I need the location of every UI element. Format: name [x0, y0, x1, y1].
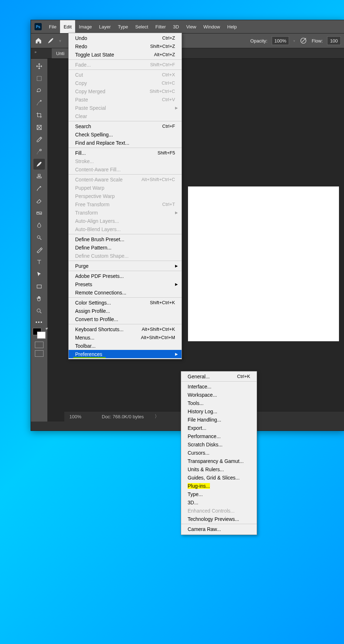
- path-selection-tool[interactable]: [33, 269, 45, 280]
- menu-select[interactable]: Select: [132, 20, 152, 33]
- menu-item-type[interactable]: Type...: [181, 490, 257, 498]
- screen-mode-icon[interactable]: [35, 350, 43, 357]
- crop-tool[interactable]: [33, 110, 45, 121]
- menu-3d[interactable]: 3D: [169, 20, 183, 33]
- pressure-opacity-icon[interactable]: [299, 37, 307, 45]
- edit-toolbar-icon[interactable]: •••: [36, 319, 43, 325]
- doc-status[interactable]: Doc: 768.0K/0 bytes: [102, 414, 144, 419]
- menu-item-redo[interactable]: RedoShift+Ctrl+Z: [69, 42, 182, 50]
- menu-item-cursors[interactable]: Cursors...: [181, 449, 257, 457]
- rectangle-tool[interactable]: [33, 281, 45, 292]
- menu-item-performance[interactable]: Performance...: [181, 432, 257, 440]
- pen-tool[interactable]: [33, 244, 45, 255]
- app-logo: Ps: [35, 23, 42, 30]
- menu-item-purge[interactable]: Purge▶: [69, 262, 182, 270]
- tools-panel: •••⇄: [31, 59, 48, 422]
- menu-item-tools[interactable]: Tools...: [181, 399, 257, 407]
- menu-bar: FileEditImageLayerTypeSelectFilter3DView…: [45, 20, 240, 33]
- status-arrow-icon[interactable]: 〉: [155, 413, 159, 420]
- menu-help[interactable]: Help: [224, 20, 240, 33]
- dodge-tool[interactable]: [33, 232, 45, 243]
- menu-item-assign-profile[interactable]: Assign Profile...: [69, 307, 182, 315]
- menu-item-camera-raw[interactable]: Camera Raw...: [181, 525, 257, 533]
- menu-type[interactable]: Type: [114, 20, 132, 33]
- menu-item-convert-to-profile[interactable]: Convert to Profile...: [69, 315, 182, 323]
- menu-item-check-spelling[interactable]: Check Spelling...: [69, 130, 182, 139]
- menu-item-define-pattern[interactable]: Define Pattern...: [69, 243, 182, 252]
- gradient-tool[interactable]: [33, 208, 45, 219]
- menu-item-search[interactable]: SearchCtrl+F: [69, 122, 182, 130]
- menu-edit[interactable]: Edit: [60, 20, 75, 33]
- menu-item-guides-grid-slices[interactable]: Guides, Grid & Slices...: [181, 473, 257, 482]
- menu-item-define-brush-preset[interactable]: Define Brush Preset...: [69, 235, 182, 243]
- frame-tool[interactable]: [33, 122, 45, 133]
- stamp-tool[interactable]: [33, 171, 45, 182]
- menu-item-toggle-last-state[interactable]: Toggle Last StateAlt+Ctrl+Z: [69, 50, 182, 59]
- history-brush-tool[interactable]: [33, 183, 45, 194]
- brush-preset-icon[interactable]: [47, 37, 55, 45]
- selection-brush-tool[interactable]: [33, 98, 45, 108]
- healing-brush-tool[interactable]: [33, 147, 45, 157]
- menu-item-fade: Fade...Shift+Ctrl+F: [69, 60, 182, 69]
- menu-item-toolbar[interactable]: Toolbar...: [69, 342, 182, 350]
- menu-item-adobe-pdf-presets[interactable]: Adobe PDF Presets...: [69, 272, 182, 280]
- svg-rect-7: [37, 285, 41, 288]
- menu-item-3d[interactable]: 3D...: [181, 498, 257, 506]
- menu-item-define-custom-shape: Define Custom Shape...: [69, 252, 182, 260]
- type-tool[interactable]: [33, 257, 45, 267]
- menu-filter[interactable]: Filter: [152, 20, 169, 33]
- zoom-tool[interactable]: [33, 306, 45, 316]
- opacity-field[interactable]: 100%: [272, 36, 289, 45]
- chevron-down-icon[interactable]: ▾: [293, 39, 295, 43]
- color-swatches[interactable]: ⇄: [33, 328, 46, 337]
- canvas[interactable]: [188, 186, 339, 341]
- menu-item-plug-ins[interactable]: Plug-ins...: [181, 482, 257, 490]
- title-bar: Ps FileEditImageLayerTypeSelectFilter3DV…: [31, 20, 344, 33]
- menu-item-preferences[interactable]: Preferences▶: [69, 350, 182, 358]
- zoom-value[interactable]: 100%: [69, 414, 91, 419]
- menu-item-color-settings[interactable]: Color Settings...Shift+Ctrl+K: [69, 298, 182, 307]
- marquee-tool[interactable]: [33, 73, 45, 84]
- menu-item-auto-align-layers: Auto-Align Layers...: [69, 217, 182, 225]
- menu-item-units-rulers[interactable]: Units & Rulers...: [181, 465, 257, 473]
- menu-item-enhanced-controls: Enhanced Controls...: [181, 506, 257, 515]
- preferences-submenu: General...Ctrl+KInterface...Workspace...…: [181, 371, 257, 535]
- menu-item-file-handling[interactable]: File Handling...: [181, 415, 257, 424]
- tab-chevron-icon[interactable]: »: [35, 50, 37, 54]
- menu-window[interactable]: Window: [200, 20, 224, 33]
- menu-item-undo[interactable]: UndoCtrl+Z: [69, 34, 182, 42]
- menu-item-menus[interactable]: Menus...Alt+Shift+Ctrl+M: [69, 333, 182, 342]
- menu-item-paste-special: Paste Special▶: [69, 104, 182, 112]
- menu-item-transparency-gamut[interactable]: Transparency & Gamut...: [181, 457, 257, 465]
- hand-tool[interactable]: [33, 293, 45, 304]
- flow-field[interactable]: 100: [327, 36, 341, 45]
- separator: ▾: [59, 38, 61, 44]
- menu-item-technology-previews[interactable]: Technology Previews...: [181, 515, 257, 523]
- document-tab[interactable]: Unti: [52, 48, 69, 58]
- menu-item-fill[interactable]: Fill...Shift+F5: [69, 149, 182, 157]
- menu-item-general[interactable]: General...Ctrl+K: [181, 372, 257, 380]
- menu-file[interactable]: File: [45, 20, 60, 33]
- menu-item-workspace[interactable]: Workspace...: [181, 391, 257, 399]
- menu-item-export[interactable]: Export...: [181, 424, 257, 432]
- menu-layer[interactable]: Layer: [96, 20, 115, 33]
- svg-rect-4: [40, 149, 42, 151]
- menu-item-remote-connections[interactable]: Remote Connections...: [69, 288, 182, 297]
- menu-item-scratch-disks[interactable]: Scratch Disks...: [181, 440, 257, 449]
- home-icon[interactable]: [35, 37, 42, 44]
- menu-image[interactable]: Image: [75, 20, 95, 33]
- lasso-tool[interactable]: [33, 85, 45, 96]
- menu-item-interface[interactable]: Interface...: [181, 382, 257, 391]
- menu-item-presets[interactable]: Presets▶: [69, 280, 182, 288]
- blur-tool[interactable]: [33, 220, 45, 231]
- eyedropper-tool[interactable]: [33, 134, 45, 145]
- brush-tool[interactable]: [33, 159, 45, 170]
- move-tool[interactable]: [33, 61, 45, 72]
- quick-mask-icon[interactable]: [35, 342, 43, 348]
- eraser-tool[interactable]: [33, 195, 45, 206]
- menu-item-history-log[interactable]: History Log...: [181, 407, 257, 415]
- menu-view[interactable]: View: [183, 20, 200, 33]
- menu-item-perspective-warp: Perspective Warp: [69, 192, 182, 200]
- menu-item-find-and-replace-text[interactable]: Find and Replace Text...: [69, 139, 182, 147]
- menu-item-keyboard-shortcuts[interactable]: Keyboard Shortcuts...Alt+Shift+Ctrl+K: [69, 325, 182, 333]
